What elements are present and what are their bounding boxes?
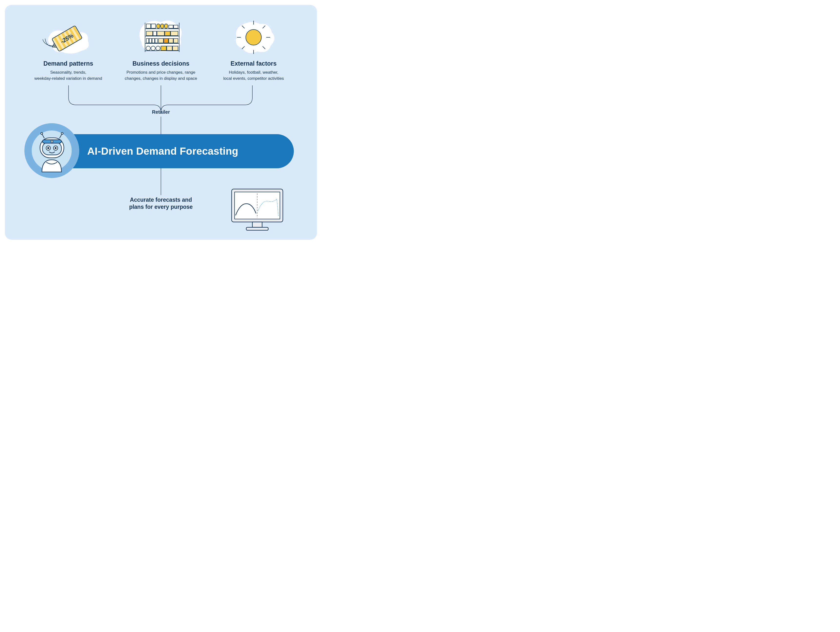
- svg-point-59: [47, 147, 49, 149]
- svg-point-42: [246, 30, 261, 45]
- input-title: Business decisions: [133, 60, 189, 67]
- svg-rect-70: [246, 228, 268, 230]
- store-shelves-icon: [134, 19, 188, 55]
- svg-rect-23: [171, 31, 178, 36]
- diagram-canvas: -25% Demand patterns Seasonality, trends…: [5, 5, 317, 240]
- input-business-decisions: Business decisions Promotions and price …: [115, 19, 207, 82]
- svg-rect-12: [151, 24, 156, 28]
- svg-rect-25: [146, 38, 149, 43]
- svg-rect-27: [152, 38, 155, 43]
- retailer-label: Retailer: [5, 109, 317, 115]
- svg-rect-22: [165, 31, 170, 36]
- svg-rect-26: [149, 38, 152, 43]
- svg-rect-37: [161, 46, 166, 51]
- svg-rect-31: [169, 38, 173, 43]
- svg-point-35: [151, 46, 155, 51]
- svg-point-63: [41, 133, 43, 134]
- svg-rect-20: [153, 31, 156, 36]
- svg-rect-17: [174, 25, 178, 28]
- svg-rect-21: [157, 31, 164, 36]
- robot-avatar-icon: [24, 123, 79, 178]
- bar-title: AI-Driven Demand Forecasting: [87, 145, 238, 157]
- input-desc: Seasonality, trends,weekday-related vari…: [35, 70, 102, 82]
- svg-rect-14: [160, 24, 164, 28]
- svg-rect-28: [155, 38, 158, 43]
- input-desc: Promotions and price changes, range chan…: [123, 70, 199, 82]
- input-desc: Holidays, football, weather,local events…: [223, 70, 284, 82]
- svg-rect-39: [173, 46, 178, 51]
- svg-rect-13: [156, 24, 160, 28]
- svg-rect-15: [164, 24, 168, 28]
- sun-weather-icon: [229, 19, 278, 55]
- price-tag-discount-icon: -25%: [43, 19, 94, 55]
- input-external-factors: External factors Holidays, football, wea…: [207, 19, 300, 82]
- svg-rect-32: [174, 38, 178, 43]
- svg-rect-69: [253, 222, 262, 228]
- svg-rect-11: [146, 24, 151, 28]
- input-title: External factors: [231, 60, 277, 67]
- svg-rect-16: [169, 25, 173, 28]
- svg-rect-30: [164, 38, 168, 43]
- svg-rect-38: [167, 46, 172, 51]
- svg-point-65: [61, 133, 63, 134]
- input-demand-patterns: -25% Demand patterns Seasonality, trends…: [22, 19, 115, 82]
- svg-point-34: [146, 46, 150, 51]
- svg-point-61: [55, 147, 57, 149]
- svg-rect-19: [146, 31, 153, 36]
- input-columns: -25% Demand patterns Seasonality, trends…: [5, 19, 317, 82]
- svg-rect-29: [158, 38, 163, 43]
- svg-point-36: [156, 46, 160, 51]
- input-title: Demand patterns: [43, 60, 93, 67]
- forecast-monitor-icon: [229, 186, 285, 234]
